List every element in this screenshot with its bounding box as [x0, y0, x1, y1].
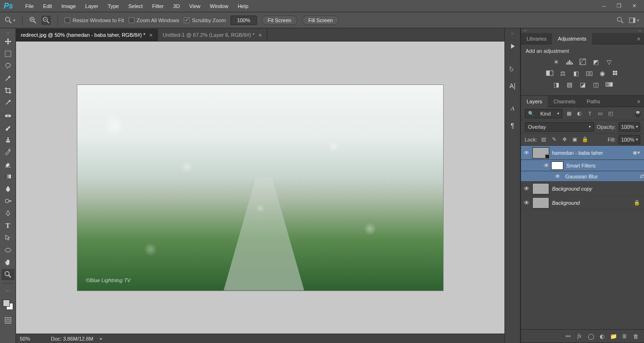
edit-toolbar-button[interactable]: ⋯ — [1, 285, 15, 297]
filter-shape-icon[interactable]: ▭ — [596, 110, 604, 117]
menu-select[interactable]: Select — [124, 0, 148, 12]
document-tab-1[interactable]: redirect.jpg @ 50% (hamedan - baba taher… — [16, 29, 158, 41]
fit-screen-button[interactable]: Fit Screen — [262, 16, 297, 25]
layer-name[interactable]: hamedan - baba taher — [552, 150, 633, 156]
pen-tool[interactable] — [1, 208, 15, 219]
resize-windows-checkbox[interactable]: Resize Windows to Fit — [65, 17, 124, 23]
blur-tool[interactable] — [1, 183, 15, 194]
visibility-toggle-icon[interactable]: 👁 — [552, 173, 563, 180]
layer-mask-icon[interactable]: ◯ — [586, 331, 596, 342]
visibility-toggle-icon[interactable]: 👁 — [542, 162, 551, 169]
tab-libraries[interactable]: Libraries — [521, 33, 552, 44]
delete-layer-icon[interactable]: 🗑 — [631, 331, 641, 342]
filter-mask-thumbnail[interactable] — [551, 161, 563, 170]
toolbar-grip[interactable]: ›› — [1, 31, 15, 35]
zoom-out-button[interactable] — [41, 16, 51, 25]
menu-image[interactable]: Image — [57, 0, 81, 12]
menu-filter[interactable]: Filter — [148, 0, 168, 12]
paragraph-panel-icon[interactable]: ¶ — [506, 119, 519, 132]
layer-row[interactable]: 👁 hamedan - baba taher ◉▾ — [521, 146, 644, 160]
clone-stamp-tool[interactable] — [1, 134, 15, 145]
move-tool[interactable] — [1, 36, 15, 47]
zoom-in-button[interactable] — [29, 17, 37, 24]
lasso-tool[interactable] — [1, 60, 15, 72]
black-white-icon[interactable]: ◧ — [571, 69, 581, 77]
layer-thumbnail[interactable] — [532, 147, 549, 159]
tab-paths[interactable]: Paths — [581, 96, 606, 107]
visibility-toggle-icon[interactable]: 👁 — [521, 200, 532, 206]
lock-position-icon[interactable]: ✥ — [561, 136, 568, 143]
quick-mask-toggle[interactable] — [1, 315, 15, 326]
filter-pixel-icon[interactable]: ▦ — [565, 110, 573, 117]
new-layer-icon[interactable]: 🗏 — [619, 331, 630, 342]
menu-window[interactable]: Window — [205, 0, 233, 12]
threshold-icon[interactable]: ◪ — [578, 80, 588, 89]
filter-options-icon[interactable]: ⇄ — [640, 173, 644, 179]
exposure-icon[interactable]: ◩ — [591, 58, 601, 66]
brush-tool[interactable] — [1, 122, 15, 133]
crop-tool[interactable] — [1, 85, 15, 96]
menu-file[interactable]: File — [21, 0, 39, 12]
menu-edit[interactable]: Edit — [38, 0, 57, 12]
zoom-all-checkbox[interactable]: Zoom All Windows — [129, 17, 179, 23]
brightness-contrast-icon[interactable]: ☀ — [551, 58, 561, 66]
selective-color-icon[interactable]: ◫ — [591, 80, 601, 89]
type-tool[interactable]: T — [1, 220, 15, 231]
marquee-tool[interactable] — [1, 48, 15, 59]
menu-view[interactable]: View — [184, 0, 205, 12]
layer-name[interactable]: Background — [552, 200, 634, 206]
link-layers-icon[interactable]: ⚯ — [563, 331, 573, 342]
layer-style-icon[interactable]: fx — [574, 331, 585, 342]
filter-adjustment-icon[interactable]: ◐ — [576, 110, 583, 117]
filter-type-icon[interactable]: T — [586, 110, 594, 117]
status-zoom[interactable]: 50% — [20, 336, 44, 342]
canvas-viewport[interactable]: ©Blue Lightning TV — [16, 42, 504, 334]
smart-filters-row[interactable]: 👁 Smart Filters — [521, 160, 644, 171]
menu-layer[interactable]: Layer — [81, 0, 103, 12]
color-swatches[interactable] — [3, 300, 13, 310]
dodge-tool[interactable] — [1, 195, 15, 207]
eyedropper-tool[interactable] — [1, 97, 15, 109]
adjustment-layer-icon[interactable]: ◐ — [597, 331, 607, 342]
window-close-button[interactable]: ✕ — [628, 1, 640, 11]
character-panel-icon[interactable]: A| — [506, 79, 519, 92]
menu-type[interactable]: Type — [103, 0, 124, 12]
status-doc-size[interactable]: Doc: 3.86M/12.8M — [51, 336, 93, 342]
history-brush-tool[interactable] — [1, 146, 15, 158]
swatches-icon[interactable] — [506, 62, 519, 75]
lock-artboard-icon[interactable]: ▣ — [571, 136, 578, 143]
tab-layers[interactable]: Layers — [521, 96, 548, 107]
blend-mode-select[interactable]: Overlay▾ — [525, 122, 594, 132]
scrubby-zoom-checkbox[interactable]: Scrubby Zoom — [184, 17, 226, 23]
glyphs-panel-icon[interactable]: A — [506, 102, 519, 115]
panel-collapse-icon[interactable]: ‹‹ — [524, 28, 527, 33]
path-selection-tool[interactable] — [1, 232, 15, 243]
filter-toggle[interactable] — [636, 110, 640, 117]
layer-thumbnail[interactable] — [532, 197, 549, 209]
lock-pixels-icon[interactable]: ✎ — [550, 136, 558, 143]
panel-menu-icon[interactable]: ≡ — [634, 99, 644, 104]
visibility-toggle-icon[interactable]: 👁 — [521, 150, 532, 156]
tab-adjustments[interactable]: Adjustments — [552, 33, 592, 44]
curves-icon[interactable] — [578, 58, 588, 66]
smart-object-badge-icon[interactable]: ◉▾ — [633, 150, 644, 156]
filter-smart-icon[interactable]: ◰ — [607, 110, 614, 117]
layer-row[interactable]: 👁 Background 🔒 — [521, 196, 644, 210]
photo-filter-icon[interactable] — [584, 69, 594, 77]
layer-name[interactable]: Background copy — [552, 186, 644, 192]
tab-channels[interactable]: Channels — [548, 96, 581, 107]
menu-help[interactable]: Help — [233, 0, 253, 12]
filter-row[interactable]: 👁 Gaussian Blur ⇄ — [521, 171, 644, 182]
vibrance-icon[interactable]: ▽ — [604, 58, 614, 66]
lock-all-icon[interactable]: 🔒 — [581, 136, 589, 143]
zoom-tool[interactable] — [1, 269, 15, 280]
eraser-tool[interactable] — [1, 159, 15, 170]
panel-menu-icon[interactable]: ≡ — [634, 36, 644, 42]
color-lookup-icon[interactable] — [611, 69, 621, 77]
healing-brush-tool[interactable] — [1, 109, 15, 121]
zoom-percent-input[interactable]: 100% — [231, 16, 257, 25]
dock-grip[interactable]: ‹‹ — [511, 31, 514, 36]
document-tab-2[interactable]: Untitled-1 @ 67.2% (Layer 6, RGB/8#) * × — [158, 29, 267, 41]
close-tab-icon[interactable]: × — [149, 32, 153, 39]
canvas[interactable]: ©Blue Lightning TV — [77, 85, 443, 291]
